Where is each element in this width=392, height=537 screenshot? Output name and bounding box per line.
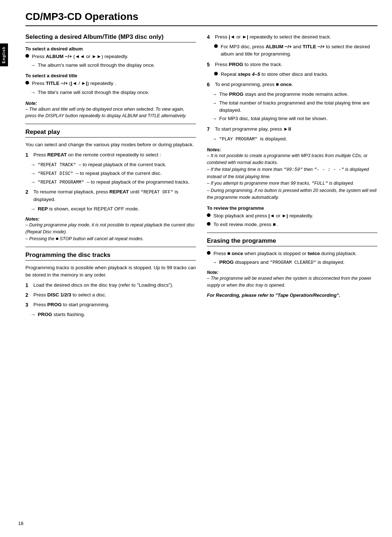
- right-item-6: 6 To end programming, press ■ once.: [207, 81, 377, 89]
- right-note3: – If you attempt to programme more than …: [207, 180, 377, 187]
- right-num-7: 7: [207, 126, 212, 133]
- mp3-bullet-text: For MP3 disc, press ALBUM −/+ and TITLE …: [221, 43, 377, 58]
- album-arrow-item: → The album's name will scroll through t…: [30, 62, 196, 69]
- page-title: CD/MP3-CD Operations: [25, 11, 377, 26]
- right-item-4-text: Press |◄ or ►| repeatedly to select the …: [215, 33, 377, 41]
- arrow-sym-erase: →: [212, 259, 217, 266]
- erase-arrow: → PROG disappears and "PROGRAM CLEARED" …: [212, 259, 377, 266]
- prog-item-3: 3 Press PROG to start programming.: [25, 301, 196, 309]
- right-item-6-arrow2-text: The total number of tracks programmed an…: [219, 99, 377, 114]
- bullet-dot-album: [25, 54, 29, 58]
- repeat-arrow-rep: → REP is shown, except for REPEAT OFF mo…: [30, 205, 196, 213]
- right-item-6-arrow3: → For MP3 disc, total playing time will …: [212, 115, 377, 123]
- bullet-dot-review-exit: [207, 222, 211, 226]
- prog-num-3: 3: [25, 301, 30, 309]
- divider-right: [207, 233, 377, 233]
- review-bullet-item: Stop playback and press |◄ or ►| repeate…: [207, 212, 377, 220]
- review-heading: To review the programme: [207, 205, 377, 211]
- right-item-4: 4 Press |◄ or ►| repeatedly to select th…: [207, 33, 377, 41]
- bullet-dot-steps: [214, 72, 218, 75]
- divider-2: [25, 247, 196, 247]
- title-bullet-item: Press TITLE −/+ (|◄ / ►|) repeatedly .: [25, 80, 196, 87]
- divider-1: [25, 124, 196, 124]
- left-column: Selecting a desired Album/Title (MP3 dis…: [25, 33, 196, 320]
- subsection-title-heading: To select a desired title: [25, 73, 196, 78]
- right-item-5: 5 Press PROG to store the track.: [207, 61, 377, 69]
- right-notes-block: Notes: – It is not possible to create a …: [207, 147, 377, 201]
- right-item-6-arrow1: → The PROG stays and the programme mode …: [212, 91, 377, 98]
- repeat-item-2: 2 To resume normal playback, press REPEA…: [25, 188, 196, 203]
- erasing-heading: Erasing the programme: [207, 237, 377, 246]
- right-item-6-arrow1-text: The PROG stays and the programme mode re…: [219, 91, 377, 98]
- review-exit-item: To exit review mode, press ■ .: [207, 221, 377, 228]
- album-title-note: Note: – The album and title will only be…: [25, 101, 196, 120]
- arrow-sym-album: →: [30, 62, 36, 69]
- section-album-title-heading: Selecting a desired Album/Title (MP3 dis…: [25, 33, 196, 42]
- right-num-4: 4: [207, 33, 212, 41]
- right-item-5-text: Press PROG to store the track.: [215, 61, 377, 68]
- repeat-item-1: 1 Press REPEAT on the remote control rep…: [25, 151, 196, 159]
- bullet-dot-review: [207, 213, 211, 217]
- right-num-5: 5: [207, 61, 212, 69]
- arrow-sym-repeat-prog: →: [30, 179, 36, 186]
- prog-item-2: 2 Press DISC 1/2/3 to select a disc.: [25, 291, 196, 299]
- erase-arrow-text: PROG disappears and "PROGRAM CLEARED" is…: [219, 259, 377, 266]
- repeat-play-heading: Repeat play: [25, 128, 196, 138]
- num-1-repeat: 1: [25, 151, 30, 159]
- arrow-sym-rep: →: [30, 205, 36, 213]
- album-bullet-text: Press ALBUM −/+ (◄◄ or ►►) repeatedly.: [32, 53, 196, 60]
- album-title-note-text: – The album and title will only be displ…: [25, 106, 196, 120]
- section-album-title: Selecting a desired Album/Title (MP3 dis…: [25, 33, 196, 119]
- prog-item-1: 1 Load the desired discs on the disc tra…: [25, 282, 196, 289]
- repeat-arrow-disc: → "REPEAT DISC" – to repeat playback of …: [30, 170, 196, 177]
- right-note4: – During programming, if no button is pr…: [207, 187, 377, 201]
- subsection-album-heading: To select a desired album: [25, 46, 196, 52]
- steps-bullet-text: Repeat steps 4–5 to store other discs an…: [221, 71, 377, 78]
- prog-item-3-text: Press PROG to start programming.: [33, 301, 196, 308]
- album-title-note-label: Note:: [25, 101, 196, 106]
- review-bullet-text: Stop playback and press |◄ or ►| repeate…: [213, 212, 377, 220]
- two-col-layout: Selecting a desired Album/Title (MP3 dis…: [25, 33, 377, 320]
- rep-arrow-text: REP is shown, except for REPEAT OFF mode…: [38, 205, 196, 213]
- arrow-sym-6a: →: [212, 91, 217, 98]
- erase-note-text: – The programme will be erased when the …: [207, 275, 377, 289]
- repeat-notes: Notes: – During programme play mode, it …: [25, 217, 196, 242]
- main-content: CD/MP3-CD Operations Selecting a desired…: [11, 0, 392, 334]
- bullet-dot-title: [25, 81, 29, 85]
- prog-item-2-text: Press DISC 1/2/3 to select a disc.: [33, 291, 196, 299]
- num-2-repeat: 2: [25, 188, 30, 196]
- page-container: English CD/MP3-CD Operations Selecting a…: [0, 0, 392, 537]
- right-note2: – If the total playing time is more than…: [207, 166, 377, 180]
- repeat-note1-text: – During programme play mode, it is not …: [25, 222, 196, 235]
- right-notes-label: Notes:: [207, 147, 377, 152]
- arrow-sym-repeat-disc: →: [30, 170, 36, 177]
- right-item-7: 7 To start programme play, press ►II: [207, 126, 377, 133]
- mp3-bullet-item: For MP3 disc, press ALBUM −/+ and TITLE …: [214, 43, 377, 58]
- title-arrow-item: → The title's name will scroll through t…: [30, 89, 196, 97]
- num-2-repeat-text: To resume normal playback, press REPEAT …: [33, 188, 196, 203]
- section-repeat-play: Repeat play You can select and change th…: [25, 128, 196, 242]
- page-number: 18: [18, 521, 23, 526]
- erase-bullet-1-text: Press ■ once when playback is stopped or…: [213, 250, 377, 257]
- prog-arrow-prog: → PROG starts flashing.: [30, 311, 196, 319]
- prog-num-1: 1: [25, 282, 30, 289]
- erase-note-block: Note: – The programme will be erased whe…: [207, 270, 377, 289]
- arrow-sym-repeat-track: →: [30, 161, 36, 169]
- prog-arrow-text: PROG starts flashing.: [38, 311, 196, 318]
- english-tab: English: [0, 44, 8, 66]
- review-section: To review the programme Stop playback an…: [207, 205, 377, 229]
- arrow-sym-6b: →: [212, 99, 217, 107]
- title-bullet-text: Press TITLE −/+ (|◄ / ►|) repeatedly .: [32, 80, 196, 87]
- right-column: 4 Press |◄ or ►| repeatedly to select th…: [207, 33, 377, 320]
- prog-item-1-text: Load the desired discs on the disc tray …: [33, 282, 196, 289]
- repeat-note2-text: – Pressing the ■ STOP button will cancel…: [25, 235, 196, 242]
- album-bullet-item: Press ALBUM −/+ (◄◄ or ►►) repeatedly.: [25, 53, 196, 60]
- right-item-6-text: To end programming, press ■ once.: [215, 81, 377, 88]
- bullet-dot-mp3: [214, 44, 218, 48]
- erase-bullet-1: Press ■ once when playback is stopped or…: [207, 250, 377, 257]
- right-item-7-arrow-text: "PLAY PROGRAM" is displayed.: [219, 135, 377, 143]
- review-exit-text: To exit review mode, press ■ .: [213, 221, 377, 228]
- repeat-arrow-track: → "REPEAT TRACK" – to repeat playback of…: [30, 161, 196, 169]
- repeat-arrow-disc-text: "REPEAT DISC" – to repeat playback of th…: [38, 170, 196, 177]
- section-erasing: Erasing the programme Press ■ once when …: [207, 237, 377, 298]
